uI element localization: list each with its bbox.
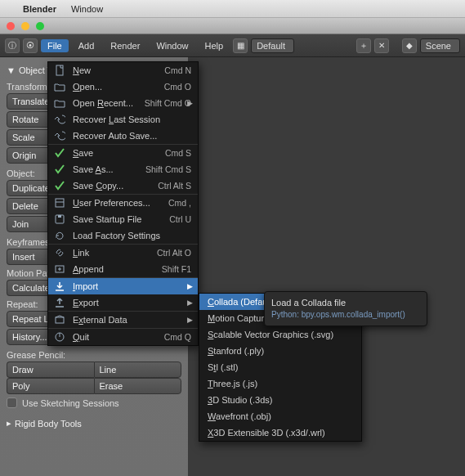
menu-item-label: Open Recent... — [73, 98, 138, 108]
submenu-arrow-icon: ▶ — [187, 316, 193, 324]
svg-rect-8 — [56, 317, 64, 323]
file-menu-item[interactable]: SaveCmd S — [48, 145, 198, 161]
import-menu-item[interactable]: Stanford (.ply) — [199, 343, 361, 359]
import-menu-item[interactable]: Stl (.stl) — [199, 359, 361, 375]
menu-item-label: Three.js (.js) — [204, 379, 355, 388]
menu-window[interactable]: Window — [150, 39, 194, 52]
disk-icon — [53, 213, 66, 226]
file-menu-item[interactable]: User Preferences...Cmd , — [48, 195, 198, 211]
menu-item-label: User Preferences... — [73, 198, 162, 208]
quit-icon — [53, 330, 66, 344]
scene-value: Scene — [426, 41, 451, 51]
layout-value: Default — [257, 41, 285, 51]
file-menu-item[interactable]: Recover Auto Save... — [48, 128, 198, 144]
prefs-icon — [53, 196, 66, 209]
svg-rect-1 — [56, 199, 64, 207]
menu-item-label: Import — [73, 281, 191, 291]
menu-item-label: X3D Extensible 3D (.x3d/.wrl) — [204, 428, 355, 438]
file-menu-item[interactable]: AppendShift F1 — [48, 261, 198, 277]
menu-help[interactable]: Help — [199, 39, 230, 52]
menu-item-label: Save — [73, 148, 159, 158]
layout-selector[interactable]: Default — [251, 38, 294, 53]
file-menu-item[interactable]: QuitCmd Q — [48, 329, 198, 345]
menu-item-label: New — [73, 65, 158, 75]
sketching-sessions-checkbox[interactable]: Use Sketching Sessions — [7, 394, 181, 408]
menu-item-hotkey: Ctrl Alt S — [158, 181, 191, 191]
import-icon — [53, 280, 66, 293]
menu-item-hotkey: Ctrl U — [169, 214, 191, 224]
file-menu-item[interactable]: Recover Last Session — [48, 111, 198, 128]
expand-icon[interactable]: ⦿ — [23, 38, 38, 53]
menu-item-hotkey: Cmd , — [168, 198, 191, 208]
minimize-icon[interactable] — [21, 22, 29, 30]
file-menu-item[interactable]: Load Factory Settings — [48, 227, 198, 244]
file-menu-item[interactable]: Save Copy...Ctrl Alt S — [48, 177, 198, 194]
import-menu-item[interactable]: Wavefront (.obj) — [199, 408, 361, 424]
file-menu-item[interactable]: Export▶ — [48, 294, 198, 311]
menu-item-label: Link — [73, 248, 150, 258]
link-icon — [53, 246, 66, 259]
blender-topbar: ⓘ ⦿ File Add Render Window Help ▦ Defaul… — [0, 34, 465, 57]
import-menu-item[interactable]: Three.js (.js) — [199, 375, 361, 392]
check-icon — [53, 179, 66, 192]
grease-pencil-label: Grease Pencil: — [7, 347, 181, 361]
file-menu-item[interactable]: Import▶ — [48, 278, 198, 294]
menu-item-label: 3D Studio (.3ds) — [204, 395, 355, 405]
add-layout-icon[interactable]: ＋ — [356, 38, 371, 53]
menu-item-label: Append — [73, 264, 155, 274]
menu-item-label: Open... — [73, 82, 158, 92]
file-menu-item[interactable]: Save Startup FileCtrl U — [48, 211, 198, 227]
import-menu-item[interactable]: 3D Studio (.3ds) — [199, 392, 361, 408]
file-menu-item[interactable]: NewCmd N — [48, 62, 198, 79]
sketching-label: Use Sketching Sessions — [22, 398, 119, 408]
svg-rect-0 — [56, 65, 63, 75]
menu-render[interactable]: Render — [104, 39, 146, 52]
info-icon[interactable]: ⓘ — [5, 38, 20, 53]
menu-item-label: Scalable Vector Graphics (.svg) — [204, 330, 355, 339]
menu-item-hotkey: Cmd N — [164, 65, 191, 75]
erase-button[interactable]: Erase — [94, 378, 182, 394]
zoom-icon[interactable] — [36, 22, 44, 30]
file-menu-item[interactable]: LinkCtrl Alt O — [48, 245, 198, 261]
file-menu: NewCmd NOpen...Cmd OOpen Recent...Shift … — [47, 61, 199, 346]
menu-item-label: Stl (.stl) — [204, 362, 355, 372]
menu-item-hotkey: Shift Cmd S — [145, 164, 191, 174]
delete-layout-icon[interactable]: ✕ — [374, 38, 389, 53]
folder-icon — [53, 80, 66, 93]
mac-menubar: Blender Window — [0, 0, 465, 18]
import-menu-item[interactable]: Scalable Vector Graphics (.svg) — [199, 326, 361, 343]
file-menu-item[interactable]: Open...Cmd O — [48, 79, 198, 95]
submenu-arrow-icon: ▶ — [187, 299, 193, 307]
menu-file[interactable]: File — [41, 39, 69, 52]
scene-selector[interactable]: Scene — [420, 38, 460, 53]
menu-item-label: External Data — [73, 315, 191, 325]
check-icon — [53, 163, 66, 176]
file-menu-item[interactable]: External Data▶ — [48, 312, 198, 328]
file-menu-item[interactable]: Open Recent...Shift Cmd O▶ — [48, 95, 198, 111]
menu-item-label: Recover Auto Save... — [73, 131, 191, 141]
draw-button[interactable]: Draw — [7, 361, 94, 378]
import-menu-item[interactable]: X3D Extensible 3D (.x3d/.wrl) — [199, 424, 361, 441]
menu-item-label: Save Startup File — [73, 214, 163, 224]
menu-add[interactable]: Add — [72, 39, 101, 52]
svg-rect-4 — [58, 215, 61, 218]
line-button[interactable]: Line — [94, 361, 182, 378]
close-icon[interactable] — [7, 22, 15, 30]
tooltip-python: Python: bpy.ops.wm.collada_import() — [271, 309, 420, 321]
ext-icon — [53, 313, 66, 326]
recover-icon — [53, 113, 66, 126]
poly-button[interactable]: Poly — [7, 378, 94, 394]
menu-item-label: Wavefront (.obj) — [204, 411, 355, 421]
file-menu-item[interactable]: Save As...Shift Cmd S — [48, 161, 198, 177]
menu-item-label: Save Copy... — [73, 181, 151, 191]
mac-app-name[interactable]: Blender — [23, 4, 56, 14]
rigid-body-header[interactable]: ▸ Rigid Body Tools — [7, 415, 181, 432]
menu-item-label: Load Factory Settings — [73, 231, 191, 240]
scene-icon[interactable]: ◆ — [402, 38, 417, 53]
mac-menu-window[interactable]: Window — [71, 4, 103, 14]
menu-item-hotkey: Cmd O — [164, 82, 191, 92]
tooltip-title: Load a Collada file — [271, 297, 420, 309]
menu-item-hotkey: Ctrl Alt O — [157, 248, 191, 258]
submenu-arrow-icon: ▶ — [187, 282, 193, 290]
screen-layout-icon[interactable]: ▦ — [233, 38, 248, 53]
